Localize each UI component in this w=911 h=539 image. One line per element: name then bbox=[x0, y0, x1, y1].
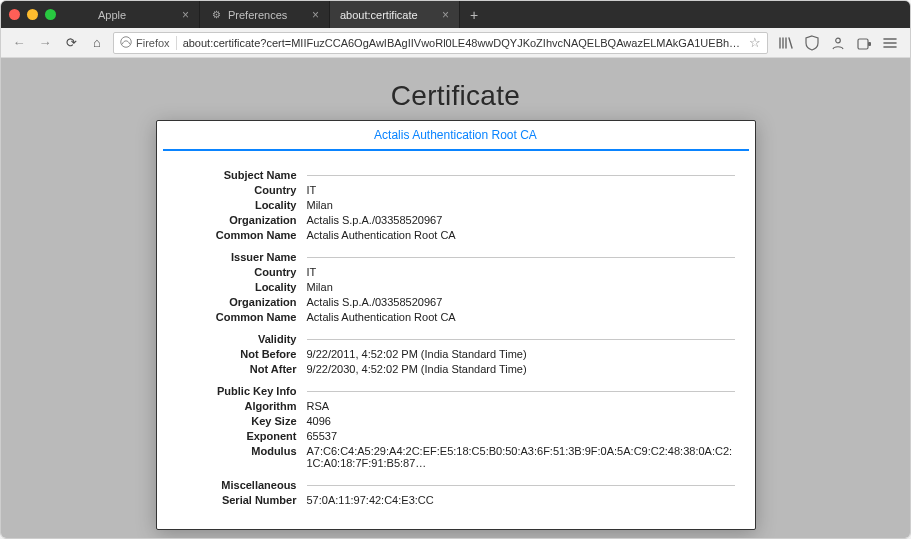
field-label: Common Name bbox=[177, 311, 307, 323]
field-value: 57:0A:11:97:42:C4:E3:CC bbox=[307, 494, 735, 506]
tab-label: about:certificate bbox=[340, 9, 436, 21]
close-tab-icon[interactable]: × bbox=[442, 9, 449, 21]
field-label: Modulus bbox=[177, 445, 307, 469]
tab-preferences[interactable]: ⚙ Preferences × bbox=[200, 1, 330, 28]
tab-strip: Apple × ⚙ Preferences × about:certificat… bbox=[70, 1, 488, 28]
toolbar-right-icons bbox=[774, 35, 902, 51]
close-window-button[interactable] bbox=[9, 9, 20, 20]
shield-icon[interactable] bbox=[804, 35, 820, 51]
window-controls bbox=[9, 9, 56, 20]
extension-icon[interactable] bbox=[856, 35, 872, 51]
field-value: RSA bbox=[307, 400, 735, 412]
bookmark-star-icon[interactable]: ☆ bbox=[749, 35, 761, 50]
field-label: Exponent bbox=[177, 430, 307, 442]
field-value: Actalis S.p.A./03358520967 bbox=[307, 296, 735, 308]
content-area: Certificate Actalis Authentication Root … bbox=[1, 58, 910, 538]
forward-button[interactable]: → bbox=[35, 33, 55, 53]
field-value: 9/22/2011, 4:52:02 PM (India Standard Ti… bbox=[307, 348, 735, 360]
section-title: Subject Name bbox=[177, 169, 307, 181]
field-label: Locality bbox=[177, 199, 307, 211]
tab-label: Apple bbox=[98, 9, 176, 21]
field-value: 4096 bbox=[307, 415, 735, 427]
svg-rect-2 bbox=[858, 39, 868, 49]
close-tab-icon[interactable]: × bbox=[182, 9, 189, 21]
section-title: Validity bbox=[177, 333, 307, 345]
svg-point-0 bbox=[121, 36, 132, 47]
cert-section: MiscellaneousSerial Number57:0A:11:97:42… bbox=[177, 479, 735, 506]
field-label: Key Size bbox=[177, 415, 307, 427]
field-value: Actalis Authentication Root CA bbox=[307, 311, 735, 323]
field-value: Actalis S.p.A./03358520967 bbox=[307, 214, 735, 226]
section-divider bbox=[307, 257, 735, 258]
account-icon[interactable] bbox=[830, 35, 846, 51]
certificate-body: Subject NameCountryITLocalityMilanOrgani… bbox=[157, 151, 755, 506]
new-tab-button[interactable]: + bbox=[460, 1, 488, 28]
certificate-tab[interactable]: Actalis Authentication Root CA bbox=[163, 121, 749, 151]
field-value: Actalis Authentication Root CA bbox=[307, 229, 735, 241]
library-icon[interactable] bbox=[778, 35, 794, 51]
firefox-icon bbox=[120, 36, 132, 50]
minimize-window-button[interactable] bbox=[27, 9, 38, 20]
field-row: OrganizationActalis S.p.A./03358520967 bbox=[177, 296, 735, 308]
field-label: Common Name bbox=[177, 229, 307, 241]
section-title: Miscellaneous bbox=[177, 479, 307, 491]
field-row: Not After9/22/2030, 4:52:02 PM (India St… bbox=[177, 363, 735, 375]
field-row: ModulusA7:C6:C4:A5:29:A4:2C:EF:E5:18:C5:… bbox=[177, 445, 735, 469]
field-row: OrganizationActalis S.p.A./03358520967 bbox=[177, 214, 735, 226]
certificate-tab-label: Actalis Authentication Root CA bbox=[374, 128, 537, 142]
gear-icon: ⚙ bbox=[210, 9, 222, 21]
field-row: CountryIT bbox=[177, 266, 735, 278]
tab-about-certificate[interactable]: about:certificate × bbox=[330, 1, 460, 28]
close-tab-icon[interactable]: × bbox=[312, 9, 319, 21]
field-value: A7:C6:C4:A5:29:A4:2C:EF:E5:18:C5:B0:50:A… bbox=[307, 445, 735, 469]
field-row: Exponent65537 bbox=[177, 430, 735, 442]
field-row: CountryIT bbox=[177, 184, 735, 196]
cert-section: Issuer NameCountryITLocalityMilanOrganiz… bbox=[177, 251, 735, 323]
field-label: Organization bbox=[177, 214, 307, 226]
field-row: Serial Number57:0A:11:97:42:C4:E3:CC bbox=[177, 494, 735, 506]
tab-label: Preferences bbox=[228, 9, 306, 21]
section-divider bbox=[307, 175, 735, 176]
svg-point-1 bbox=[836, 38, 841, 43]
url-bar[interactable]: Firefox about:certificate?cert=MIIFuzCCA… bbox=[113, 32, 768, 54]
field-label: Organization bbox=[177, 296, 307, 308]
cert-section: Public Key InfoAlgorithmRSAKey Size4096E… bbox=[177, 385, 735, 469]
titlebar: Apple × ⚙ Preferences × about:certificat… bbox=[1, 1, 910, 28]
reload-button[interactable]: ⟳ bbox=[61, 33, 81, 53]
apple-icon bbox=[80, 9, 92, 21]
certificate-panel: Actalis Authentication Root CA Subject N… bbox=[156, 120, 756, 530]
field-row: Not Before9/22/2011, 4:52:02 PM (India S… bbox=[177, 348, 735, 360]
cert-section: ValidityNot Before9/22/2011, 4:52:02 PM … bbox=[177, 333, 735, 375]
field-label: Not Before bbox=[177, 348, 307, 360]
field-row: LocalityMilan bbox=[177, 281, 735, 293]
app-menu-icon[interactable] bbox=[882, 35, 898, 51]
page-title: Certificate bbox=[1, 80, 910, 112]
maximize-window-button[interactable] bbox=[45, 9, 56, 20]
field-value: Milan bbox=[307, 199, 735, 211]
field-value: IT bbox=[307, 266, 735, 278]
section-divider bbox=[307, 485, 735, 486]
svg-rect-3 bbox=[868, 42, 871, 46]
field-value: IT bbox=[307, 184, 735, 196]
field-label: Country bbox=[177, 266, 307, 278]
field-row: Key Size4096 bbox=[177, 415, 735, 427]
cert-section: Subject NameCountryITLocalityMilanOrgani… bbox=[177, 169, 735, 241]
home-button[interactable]: ⌂ bbox=[87, 33, 107, 53]
field-label: Serial Number bbox=[177, 494, 307, 506]
section-divider bbox=[307, 339, 735, 340]
field-value: Milan bbox=[307, 281, 735, 293]
section-divider bbox=[307, 391, 735, 392]
section-title: Public Key Info bbox=[177, 385, 307, 397]
field-row: Common NameActalis Authentication Root C… bbox=[177, 311, 735, 323]
identity-box[interactable]: Firefox bbox=[120, 36, 177, 50]
identity-label: Firefox bbox=[136, 37, 170, 49]
field-label: Country bbox=[177, 184, 307, 196]
tab-apple[interactable]: Apple × bbox=[70, 1, 200, 28]
field-value: 65537 bbox=[307, 430, 735, 442]
back-button[interactable]: ← bbox=[9, 33, 29, 53]
field-label: Locality bbox=[177, 281, 307, 293]
section-title: Issuer Name bbox=[177, 251, 307, 263]
browser-window: Apple × ⚙ Preferences × about:certificat… bbox=[0, 0, 911, 539]
field-row: Common NameActalis Authentication Root C… bbox=[177, 229, 735, 241]
field-row: LocalityMilan bbox=[177, 199, 735, 211]
